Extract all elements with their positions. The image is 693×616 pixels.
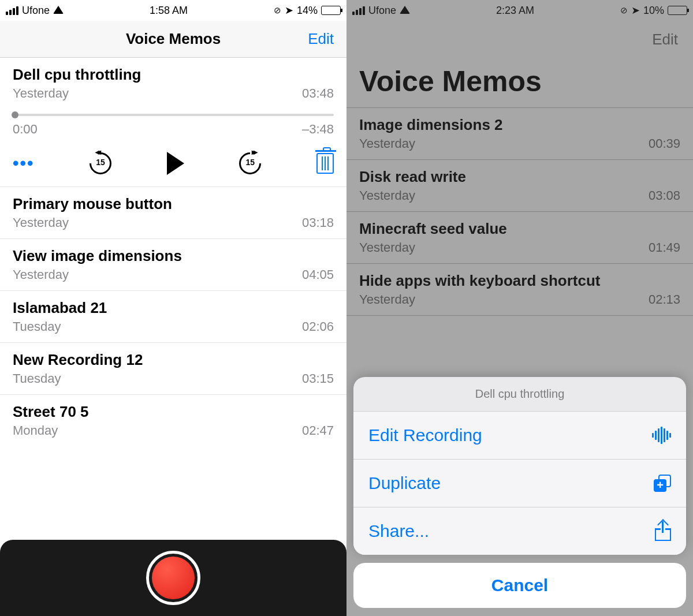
- memo-duration: 02:47: [302, 423, 334, 438]
- status-clock: 1:58 AM: [150, 5, 188, 17]
- carrier-label: Ufone: [22, 5, 50, 17]
- memo-title: Islamabad 21: [13, 299, 334, 317]
- memo-duration: 02:06: [302, 319, 334, 334]
- memo-row-expanded[interactable]: Dell cpu throttling Yesterday 03:48 0:00…: [0, 58, 346, 187]
- skip-back-15-button[interactable]: ◂◂ 15: [90, 152, 111, 174]
- wifi-icon: [53, 5, 64, 17]
- memo-date: Tuesday: [13, 319, 61, 334]
- rotation-lock-icon: ⊘: [274, 5, 281, 16]
- memo-row[interactable]: New Recording 12 Tuesday03:15: [0, 343, 346, 395]
- navbar: Voice Memos Edit: [0, 21, 346, 58]
- remaining-time: –3:48: [302, 122, 334, 137]
- memo-date: Yesterday: [13, 267, 69, 282]
- memo-date: Yesterday: [13, 86, 69, 101]
- option-label: Share...: [368, 521, 429, 541]
- memo-duration: 03:15: [302, 371, 334, 386]
- navbar-title: Voice Memos: [126, 30, 221, 48]
- memo-duration: 03:48: [302, 86, 334, 101]
- memo-title: View image dimensions: [13, 247, 334, 265]
- right-screenshot: Ufone 2:23 AM ⊘ ➤ 10% Edit Voice Memos I…: [346, 0, 693, 616]
- status-bar: Ufone 1:58 AM ⊘ ➤ 14%: [0, 0, 346, 21]
- duplicate-option[interactable]: Duplicate +: [353, 460, 686, 507]
- location-icon: ➤: [285, 4, 293, 17]
- memo-duration: 04:05: [302, 267, 334, 282]
- battery-percent: 14%: [297, 5, 318, 17]
- memo-title: Dell cpu throttling: [13, 66, 334, 84]
- memo-row[interactable]: Street 70 5 Monday02:47: [0, 395, 346, 446]
- signal-icon: [6, 6, 18, 15]
- option-label: Duplicate: [368, 473, 441, 493]
- more-button[interactable]: •••: [13, 154, 35, 173]
- skip-forward-15-button[interactable]: ▸▸ 15: [239, 152, 261, 174]
- memo-row[interactable]: Primary mouse button Yesterday03:18: [0, 187, 346, 239]
- cancel-button[interactable]: Cancel: [353, 563, 686, 608]
- edit-recording-option[interactable]: Edit Recording: [353, 412, 686, 460]
- memo-title: Primary mouse button: [13, 195, 334, 213]
- scrubber[interactable]: [13, 114, 334, 116]
- memo-row[interactable]: Islamabad 21 Tuesday02:06: [0, 291, 346, 343]
- memo-row[interactable]: View image dimensions Yesterday04:05: [0, 239, 346, 291]
- action-sheet-title: Dell cpu throttling: [353, 377, 686, 412]
- share-option[interactable]: Share...: [353, 507, 686, 555]
- battery-icon: [321, 6, 341, 15]
- share-icon: [655, 521, 671, 541]
- memo-title: New Recording 12: [13, 351, 334, 369]
- option-label: Edit Recording: [368, 425, 482, 445]
- elapsed-time: 0:00: [13, 122, 38, 137]
- record-button[interactable]: [146, 551, 200, 605]
- play-button[interactable]: [167, 152, 184, 175]
- waveform-icon: [652, 427, 671, 444]
- memo-date: Tuesday: [13, 371, 61, 386]
- action-sheet: Dell cpu throttling Edit Recording Dupli…: [346, 377, 693, 616]
- edit-button[interactable]: Edit: [308, 30, 334, 48]
- memo-date: Monday: [13, 423, 58, 438]
- memo-title: Street 70 5: [13, 403, 334, 421]
- memo-date: Yesterday: [13, 215, 69, 230]
- memo-list[interactable]: Dell cpu throttling Yesterday 03:48 0:00…: [0, 58, 346, 616]
- duplicate-icon: +: [654, 475, 671, 492]
- memo-duration: 03:18: [302, 215, 334, 230]
- record-bar: [0, 540, 346, 616]
- left-screenshot: Ufone 1:58 AM ⊘ ➤ 14% Voice Memos Edit D…: [0, 0, 346, 616]
- delete-button[interactable]: [316, 153, 334, 174]
- scrubber-thumb[interactable]: [12, 111, 18, 118]
